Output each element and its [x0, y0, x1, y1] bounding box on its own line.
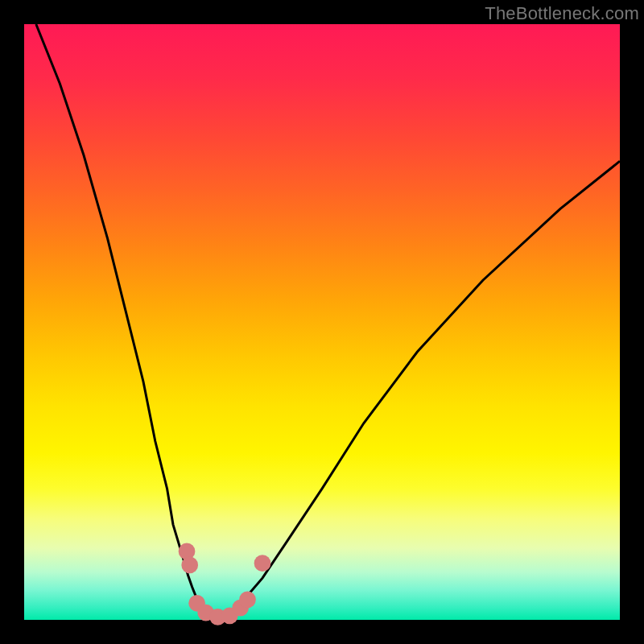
- data-marker: [254, 555, 271, 572]
- bottleneck-curve: [36, 24, 620, 617]
- data-marker: [179, 543, 196, 560]
- chart-frame: TheBottleneck.com: [0, 0, 644, 644]
- data-marker: [181, 557, 198, 574]
- curve-layer: [24, 24, 620, 620]
- data-marker: [239, 591, 256, 608]
- watermark-label: TheBottleneck.com: [485, 3, 639, 24]
